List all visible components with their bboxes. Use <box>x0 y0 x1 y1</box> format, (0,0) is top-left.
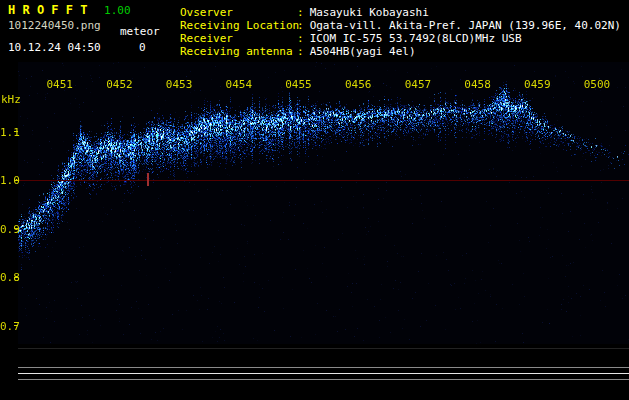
header-bar: H R O F F T 1.00 1012240450.png meteor 1… <box>0 0 629 62</box>
frequency-tick-label: 1.0 <box>0 174 15 187</box>
info-label-antenna: Receiving antenna <box>180 45 297 58</box>
observation-info: Ovserver:Masayuki Kobayashi Receiving Lo… <box>180 6 621 58</box>
info-colon: : <box>297 19 304 32</box>
time-tick-label: 0452 <box>106 78 133 91</box>
info-label-receiver: Receiver <box>180 32 297 45</box>
time-tick-label: 0456 <box>345 78 372 91</box>
info-value-receiver: ICOM IC-575 53.7492(8LCD)MHz USB <box>310 32 522 45</box>
time-tick-label: 0458 <box>464 78 491 91</box>
app-version: 1.00 <box>104 4 131 17</box>
title-row: H R O F F T 1.00 <box>8 3 131 17</box>
info-colon: : <box>297 45 304 58</box>
info-label-observer: Ovserver <box>180 6 297 19</box>
info-row-antenna: Receiving antenna:A504HB(yagi 4el) <box>180 45 621 58</box>
timestamp: 10.12.24 04:50 <box>8 41 101 54</box>
info-value-antenna: A504HB(yagi 4el) <box>310 45 416 58</box>
info-colon: : <box>297 32 304 45</box>
time-tick-label: 0500 <box>584 78 611 91</box>
info-row-location: Receiving Location:Ogata-vill. Akita-Pre… <box>180 19 621 32</box>
frequency-tick-label: 0.8 <box>0 271 15 284</box>
time-tick-label: 0451 <box>46 78 73 91</box>
frequency-tick-label: 1.1 <box>0 125 15 138</box>
time-tick-label: 0454 <box>226 78 253 91</box>
time-tick-label: 0457 <box>405 78 432 91</box>
info-label-location: Receiving Location <box>180 19 297 32</box>
time-tick-label: 0455 <box>285 78 312 91</box>
y-axis-unit-label: kHz <box>1 93 21 106</box>
app-title: H R O F F T <box>8 3 87 17</box>
info-value-observer: Masayuki Kobayashi <box>310 6 429 19</box>
frequency-tick-label: 0.7 <box>0 319 15 332</box>
hrofft-output-window: H R O F F T 1.00 1012240450.png meteor 1… <box>0 0 629 400</box>
info-colon: : <box>297 6 304 19</box>
output-filename: 1012240450.png <box>8 19 101 32</box>
meteor-count: 0 <box>139 41 146 54</box>
time-tick-label: 0453 <box>166 78 193 91</box>
info-row-observer: Ovserver:Masayuki Kobayashi <box>180 6 621 19</box>
info-row-receiver: Receiver:ICOM IC-575 53.7492(8LCD)MHz US… <box>180 32 621 45</box>
info-value-location: Ogata-vill. Akita-Pref. JAPAN (139.96E, … <box>310 19 621 32</box>
meteor-counter-label: meteor <box>120 25 160 38</box>
frequency-tick-label: 0.9 <box>0 222 15 235</box>
time-tick-label: 0459 <box>524 78 551 91</box>
